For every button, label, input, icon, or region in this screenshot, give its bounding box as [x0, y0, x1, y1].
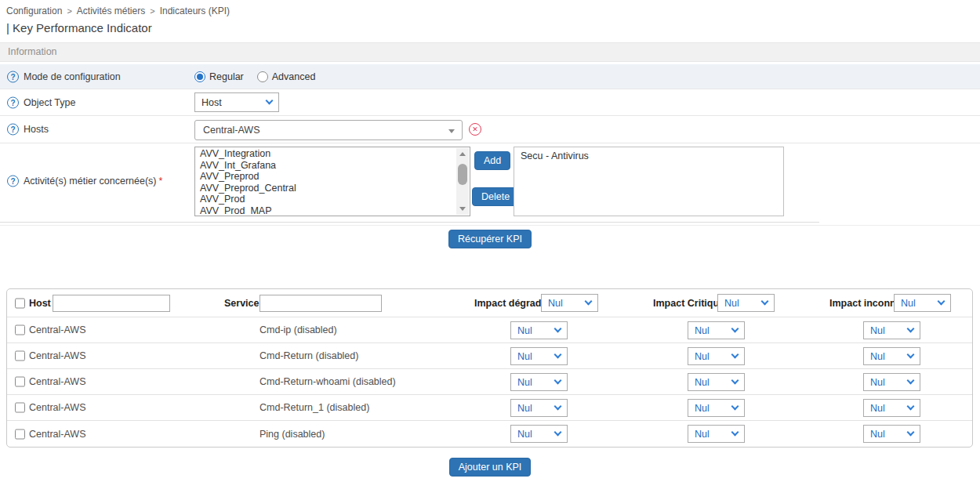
select-value: Nul — [870, 351, 885, 362]
delete-button[interactable]: Delete — [472, 187, 519, 206]
divider — [0, 222, 819, 223]
service-filter-input[interactable] — [260, 295, 382, 312]
breadcrumb-configuration[interactable]: Configuration — [6, 5, 62, 16]
select-value: Nul — [870, 403, 885, 414]
select-value: Nul — [548, 298, 563, 309]
row-checkbox[interactable] — [15, 429, 25, 439]
table-row: Central-AWS Cmd-Return-whoami (disabled)… — [7, 369, 972, 395]
impact-unknown-select[interactable]: Nul — [863, 347, 920, 365]
impact-critical-select[interactable]: Nul — [688, 399, 745, 417]
list-option[interactable]: AVV_Prod_MAP — [200, 205, 470, 216]
impact-degraded-select[interactable]: Nul — [510, 399, 568, 417]
add-kpi-area: Ajouter un KPI — [0, 458, 980, 477]
row-checkbox[interactable] — [15, 325, 25, 335]
impact-critical-header-select[interactable]: Nul — [717, 294, 775, 312]
host-filter-input[interactable] — [53, 295, 170, 312]
row-service: Ping (disabled) — [260, 429, 325, 440]
help-icon[interactable]: ? — [7, 176, 19, 187]
scrollbar-thumb[interactable] — [458, 164, 467, 185]
impact-unknown-select[interactable]: Nul — [863, 425, 920, 443]
impact-unknown-select[interactable]: Nul — [863, 321, 920, 339]
breadcrumb-indicateurs-kpi[interactable]: Indicateurs (KPI) — [160, 5, 230, 16]
chevron-down-icon — [554, 429, 562, 437]
impact-unknown-select[interactable]: Nul — [863, 373, 920, 391]
kpi-form: ? Mode de configuration Regular Advanced… — [0, 64, 980, 220]
list-option[interactable]: AVV_Integration — [200, 148, 470, 160]
radio-advanced-label[interactable]: Advanced — [272, 71, 316, 82]
select-value: Nul — [517, 377, 532, 388]
chevron-down-icon — [731, 429, 739, 437]
impact-critical-select[interactable]: Nul — [688, 347, 745, 365]
impact-critical-select[interactable]: Nul — [688, 373, 745, 391]
chevron-down-icon — [731, 351, 739, 359]
kpi-table-header: Host Service Impact dégradé Nul Impact C… — [7, 289, 972, 317]
select-value: Nul — [517, 403, 532, 414]
impact-unknown-select[interactable]: Nul — [863, 399, 920, 417]
activities-label: Activité(s) métier concernée(s)* — [24, 176, 162, 187]
chevron-down-icon — [266, 97, 274, 105]
row-checkbox[interactable] — [15, 351, 25, 361]
mode-radio-group: Regular Advanced — [194, 64, 325, 89]
impact-degraded-select[interactable]: Nul — [510, 373, 568, 391]
impact-degraded-select[interactable]: Nul — [510, 425, 568, 443]
object-type-select[interactable]: Host — [194, 92, 279, 112]
select-value: Nul — [517, 429, 532, 440]
activities-available-list[interactable]: AVV_IntegrationAVV_Int_GrafanaAVV_Prepro… — [194, 147, 470, 216]
mode-label: Mode de configuration — [24, 71, 121, 82]
add-button[interactable]: Add — [474, 151, 510, 170]
divider — [0, 225, 980, 226]
hosts-value: Central-AWS — [203, 125, 260, 136]
activities-selected-list[interactable]: Secu - Antivirus — [514, 147, 784, 216]
chevron-down-icon — [554, 377, 562, 385]
select-value: Nul — [695, 325, 710, 336]
clear-selection-icon[interactable]: ✕ — [469, 123, 481, 136]
radio-regular[interactable] — [194, 71, 205, 82]
impact-degraded-select[interactable]: Nul — [510, 321, 568, 339]
select-value: Nul — [517, 351, 532, 362]
breadcrumb: Configuration>Activités métiers>Indicate… — [6, 5, 230, 16]
select-value: Nul — [870, 325, 885, 336]
help-icon[interactable]: ? — [7, 96, 19, 108]
scroll-up-icon[interactable] — [456, 148, 469, 160]
scroll-down-icon[interactable] — [456, 203, 469, 215]
breadcrumb-activites-metiers[interactable]: Activités métiers — [77, 5, 145, 16]
row-service: Cmd-Return (disabled) — [260, 350, 358, 361]
chevron-down-icon — [907, 403, 915, 411]
add-kpi-button[interactable]: Ajouter un KPI — [449, 458, 532, 477]
list-option[interactable]: AVV_Preprod — [200, 171, 470, 183]
chevron-down-icon — [907, 429, 915, 437]
radio-regular-label[interactable]: Regular — [209, 71, 244, 82]
select-value: Nul — [695, 403, 710, 414]
page-title: | Key Performance Indicator — [6, 21, 152, 34]
service-column-label: Service — [224, 298, 259, 309]
list-option[interactable]: AVV_Int_Grafana — [200, 160, 470, 172]
list-option[interactable]: AVV_Preprod_Central — [200, 183, 470, 194]
impact-unknown-column-label: Impact inconnu — [829, 298, 902, 309]
help-icon[interactable]: ? — [7, 71, 19, 82]
row-host: Central-AWS — [29, 402, 85, 413]
breadcrumb-separator: > — [150, 6, 154, 16]
row-checkbox[interactable] — [15, 377, 25, 387]
row-checkbox[interactable] — [15, 403, 25, 413]
form-row-hosts: ? Hosts Central-AWS ✕ — [0, 115, 980, 143]
section-header-information: Information — [0, 42, 980, 62]
impact-critical-select[interactable]: Nul — [688, 321, 745, 339]
table-row: Central-AWS Cmd-Return (disabled) Nul Nu… — [7, 343, 972, 369]
select-all-checkbox[interactable] — [15, 298, 25, 308]
select-value: Nul — [724, 298, 739, 309]
help-icon[interactable]: ? — [7, 124, 19, 136]
impact-unknown-header-select[interactable]: Nul — [894, 294, 951, 312]
list-option[interactable]: Secu - Antivirus — [521, 150, 777, 162]
chevron-down-icon — [761, 298, 769, 306]
impact-critical-select[interactable]: Nul — [688, 425, 745, 443]
scrollbar[interactable] — [456, 148, 469, 215]
chevron-down-icon — [585, 298, 593, 306]
dropdown-arrow-icon — [448, 129, 455, 133]
list-option[interactable]: AVV_Prod — [200, 194, 470, 205]
radio-advanced[interactable] — [257, 71, 268, 82]
impact-degraded-select[interactable]: Nul — [510, 347, 568, 365]
hosts-select[interactable]: Central-AWS — [194, 120, 463, 140]
impact-degraded-header-select[interactable]: Nul — [541, 294, 598, 312]
fetch-kpi-button[interactable]: Récupérer KPI — [448, 230, 532, 248]
form-row-object-type: ? Object Type Host — [0, 89, 980, 115]
